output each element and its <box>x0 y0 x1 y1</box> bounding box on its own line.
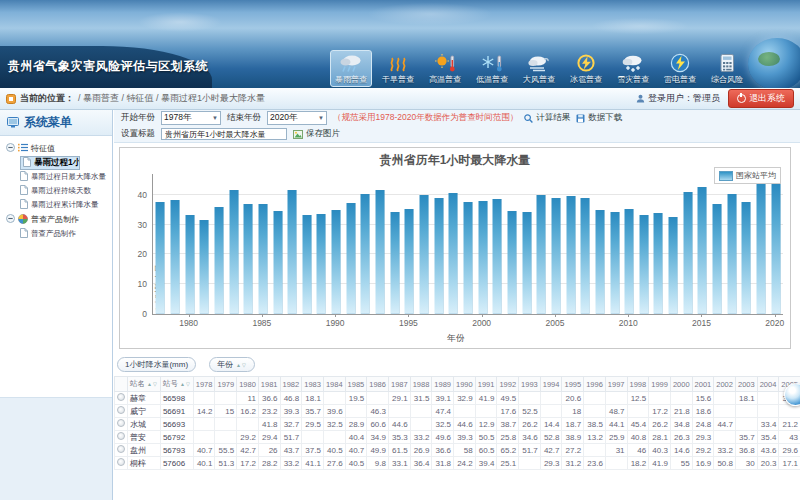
bar-2006[interactable] <box>566 196 575 314</box>
bar-1999[interactable] <box>464 202 473 314</box>
sort-arrows-icon[interactable]: ▲▽ <box>180 381 191 387</box>
year-column-header[interactable]: 1980 <box>237 377 259 392</box>
bar-2003[interactable] <box>522 212 531 314</box>
sidebar-group[interactable]: 普查产品制作 <box>0 212 112 227</box>
toolbar-item-2[interactable]: 干旱普查 <box>377 50 419 87</box>
sidebar-group[interactable]: 特征值 <box>0 141 112 156</box>
sidebar-item[interactable]: 暴雨过程1小时最大降水量 <box>20 156 80 170</box>
download-button[interactable]: 数据下载 <box>576 112 622 124</box>
year-column-header[interactable]: 1978 <box>193 377 215 392</box>
year-column-header[interactable]: 1995 <box>562 377 584 392</box>
toolbar-item-6[interactable]: 冰雹普查 <box>565 50 607 87</box>
sort-arrows-icon[interactable]: ▲▽ <box>147 381 158 387</box>
chart-legend[interactable]: 国家站平均 <box>714 167 781 184</box>
row-radio-icon[interactable] <box>117 406 125 414</box>
minus-expander-icon[interactable] <box>6 143 15 154</box>
row-select-cell[interactable] <box>115 392 128 405</box>
bar-2010[interactable] <box>625 209 634 314</box>
bar-2008[interactable] <box>595 210 604 314</box>
year-column-header[interactable]: 1996 <box>584 377 606 392</box>
row-radio-icon[interactable] <box>117 458 125 466</box>
bar-2020[interactable] <box>771 184 780 314</box>
bar-1981[interactable] <box>200 220 209 314</box>
bar-1996[interactable] <box>420 195 429 314</box>
logout-button[interactable]: 退出系统 <box>728 89 794 108</box>
year-column-header[interactable]: 1987 <box>388 377 410 392</box>
bar-1989[interactable] <box>317 214 326 314</box>
sidebar-item[interactable]: 普查产品制作 <box>20 227 112 241</box>
bar-1978[interactable] <box>156 202 165 314</box>
station-name-header[interactable]: 站名 ▲▽ <box>128 377 161 392</box>
bar-2019[interactable] <box>757 181 766 314</box>
bar-2009[interactable] <box>610 212 619 314</box>
year-column-header[interactable]: 2002 <box>714 377 736 392</box>
year-sort-button[interactable]: 年份 ▲▽ <box>209 357 255 372</box>
year-column-header[interactable]: 2004 <box>757 377 779 392</box>
bar-1993[interactable] <box>376 190 385 314</box>
floating-assistant-icon[interactable] <box>784 383 800 406</box>
row-select-cell[interactable] <box>115 457 128 470</box>
bar-1991[interactable] <box>346 203 355 314</box>
sidebar-item[interactable]: 暴雨过程累计降水量 <box>20 198 112 212</box>
year-column-header[interactable]: 1986 <box>367 377 389 392</box>
year-column-header[interactable]: 1990 <box>454 377 476 392</box>
row-radio-icon[interactable] <box>117 419 125 427</box>
bar-1985[interactable] <box>258 204 267 314</box>
bar-1990[interactable] <box>332 210 341 314</box>
toolbar-item-5[interactable]: 大风普查 <box>518 50 560 87</box>
start-year-select[interactable]: 1978年 ▼ <box>161 111 221 125</box>
year-column-header[interactable]: 1997 <box>605 377 627 392</box>
bar-1992[interactable] <box>361 194 370 314</box>
bar-1987[interactable] <box>288 190 297 315</box>
bar-2018[interactable] <box>742 202 751 314</box>
year-column-header[interactable]: 1989 <box>432 377 454 392</box>
row-select-cell[interactable] <box>115 444 128 457</box>
bar-2013[interactable] <box>669 217 678 314</box>
year-column-header[interactable]: 1985 <box>345 377 367 392</box>
row-select-cell[interactable] <box>115 431 128 444</box>
bar-2014[interactable] <box>683 192 692 314</box>
year-column-header[interactable]: 1992 <box>497 377 519 392</box>
year-column-header[interactable]: 1994 <box>540 377 562 392</box>
year-column-header[interactable]: 1983 <box>302 377 324 392</box>
chart-title-input[interactable] <box>161 128 287 140</box>
table-row[interactable]: 盘州5679340.755.542.72643.737.540.540.749.… <box>115 444 800 457</box>
bar-1988[interactable] <box>302 215 311 314</box>
bar-2017[interactable] <box>727 194 736 314</box>
year-column-header[interactable]: 1984 <box>323 377 345 392</box>
row-radio-icon[interactable] <box>117 393 125 401</box>
bar-1998[interactable] <box>449 193 458 314</box>
toolbar-item-7[interactable]: 雪灾普查 <box>612 50 654 87</box>
bar-2011[interactable] <box>639 215 648 314</box>
save-image-button[interactable]: 保存图片 <box>293 128 340 140</box>
bar-1997[interactable] <box>434 198 443 314</box>
sidebar-item[interactable]: 暴雨过程日最大降水量 <box>20 170 112 184</box>
minus-expander-icon[interactable] <box>6 214 15 225</box>
table-row[interactable]: 普安5679229.229.451.740.434.935.333.249.63… <box>115 431 800 444</box>
calculate-button[interactable]: 计算结果 <box>524 112 570 124</box>
bar-2015[interactable] <box>698 187 707 314</box>
year-column-header[interactable]: 1993 <box>519 377 541 392</box>
bar-2000[interactable] <box>478 201 487 314</box>
bar-1994[interactable] <box>390 212 399 314</box>
year-column-header[interactable]: 1979 <box>215 377 237 392</box>
year-column-header[interactable]: 2003 <box>735 377 757 392</box>
bar-1983[interactable] <box>229 190 238 314</box>
toolbar-item-1[interactable]: 暴雨普查 <box>330 50 372 87</box>
bar-2001[interactable] <box>493 199 502 314</box>
year-column-header[interactable]: 2000 <box>670 377 692 392</box>
bar-2002[interactable] <box>507 211 516 314</box>
table-row[interactable]: 赫章565981136.646.818.119.529.131.539.132.… <box>115 392 800 405</box>
year-column-header[interactable]: 1981 <box>258 377 280 392</box>
year-column-header[interactable]: 1991 <box>475 377 497 392</box>
bar-1979[interactable] <box>170 200 179 314</box>
toolbar-item-9[interactable]: 综合风险 <box>706 50 748 87</box>
station-id-header[interactable]: 站号 ▲▽ <box>160 377 193 392</box>
end-year-select[interactable]: 2020年 ▼ <box>267 111 327 125</box>
bar-2005[interactable] <box>551 198 560 314</box>
table-row[interactable]: 水城5669341.832.729.532.528.960.644.632.54… <box>115 418 800 431</box>
row-radio-icon[interactable] <box>117 445 125 453</box>
row-radio-icon[interactable] <box>117 432 125 440</box>
toolbar-item-4[interactable]: 低温普查 <box>471 50 513 87</box>
row-select-cell[interactable] <box>115 418 128 431</box>
